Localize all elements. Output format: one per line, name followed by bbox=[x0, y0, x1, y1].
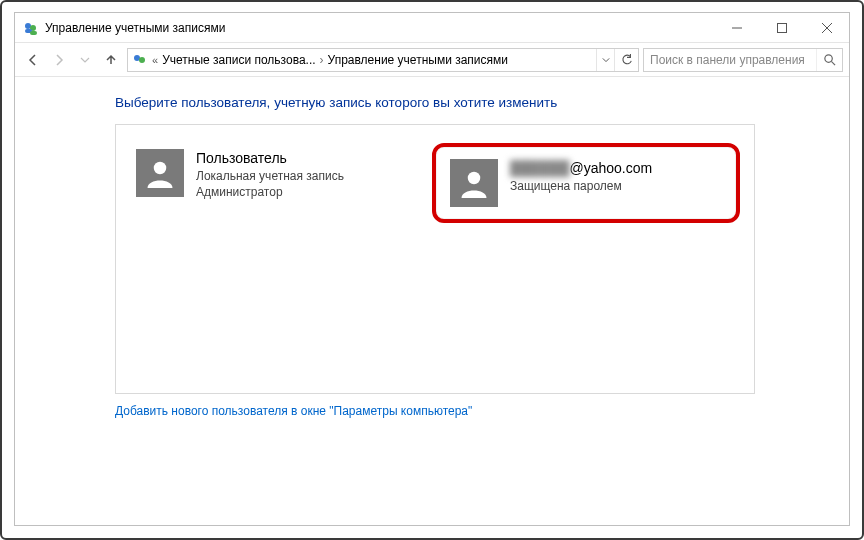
account-name-suffix: @yahoo.com bbox=[570, 160, 653, 176]
overflow-chevron-icon[interactable]: « bbox=[152, 54, 158, 66]
add-user-link[interactable]: Добавить нового пользователя в окне "Пар… bbox=[115, 404, 472, 418]
breadcrumb-label: Управление учетными записями bbox=[328, 53, 508, 67]
svg-point-12 bbox=[154, 162, 167, 175]
titlebar: Управление учетными записями bbox=[15, 13, 849, 43]
svg-rect-3 bbox=[30, 31, 37, 35]
window-controls bbox=[714, 13, 849, 42]
address-icon bbox=[132, 52, 148, 68]
window-frame: Управление учетными записями bbox=[14, 12, 850, 526]
page-heading: Выберите пользователя, учетную запись ко… bbox=[115, 95, 839, 110]
breadcrumb-segment-1[interactable]: Учетные записи пользова... bbox=[162, 53, 315, 67]
account-name: Пользователь bbox=[196, 149, 344, 168]
account-item-local[interactable]: Пользователь Локальная учетная запись Ад… bbox=[130, 143, 424, 206]
forward-button[interactable] bbox=[47, 48, 71, 72]
window-title: Управление учетными записями bbox=[45, 21, 225, 35]
content-area: Выберите пользователя, учетную запись ко… bbox=[15, 77, 849, 525]
close-button[interactable] bbox=[804, 13, 849, 42]
search-box[interactable] bbox=[643, 48, 843, 72]
refresh-button[interactable] bbox=[614, 49, 638, 71]
svg-point-13 bbox=[468, 172, 481, 185]
minimize-button[interactable] bbox=[714, 13, 759, 42]
chevron-right-icon[interactable]: › bbox=[320, 53, 324, 67]
avatar-icon bbox=[450, 159, 498, 207]
search-input[interactable] bbox=[644, 53, 816, 67]
recent-dropdown[interactable] bbox=[73, 48, 97, 72]
svg-rect-5 bbox=[777, 23, 786, 32]
avatar-icon bbox=[136, 149, 184, 197]
account-name: ██████@yahoo.com bbox=[510, 159, 652, 178]
account-subline-1: Локальная учетная запись bbox=[196, 168, 344, 184]
accounts-panel: Пользователь Локальная учетная запись Ад… bbox=[115, 124, 755, 394]
up-button[interactable] bbox=[99, 48, 123, 72]
account-subline-2: Администратор bbox=[196, 184, 344, 200]
account-item-microsoft[interactable]: ██████@yahoo.com Защищена паролем bbox=[446, 155, 726, 211]
address-dropdown[interactable] bbox=[596, 49, 614, 71]
svg-line-11 bbox=[831, 61, 835, 65]
breadcrumb-label: Учетные записи пользова... bbox=[162, 53, 315, 67]
nav-row: « Учетные записи пользова... › Управлени… bbox=[15, 43, 849, 77]
svg-point-10 bbox=[825, 55, 832, 62]
svg-point-9 bbox=[139, 57, 145, 63]
highlighted-account-frame: ██████@yahoo.com Защищена паролем bbox=[432, 143, 740, 223]
account-name-blurred: ██████ bbox=[510, 160, 570, 176]
account-subline-1: Защищена паролем bbox=[510, 178, 652, 194]
maximize-button[interactable] bbox=[759, 13, 804, 42]
search-button[interactable] bbox=[816, 49, 842, 71]
address-bar[interactable]: « Учетные записи пользова... › Управлени… bbox=[127, 48, 639, 72]
breadcrumb-segment-2[interactable]: Управление учетными записями bbox=[328, 53, 508, 67]
back-button[interactable] bbox=[21, 48, 45, 72]
app-icon bbox=[23, 20, 39, 36]
